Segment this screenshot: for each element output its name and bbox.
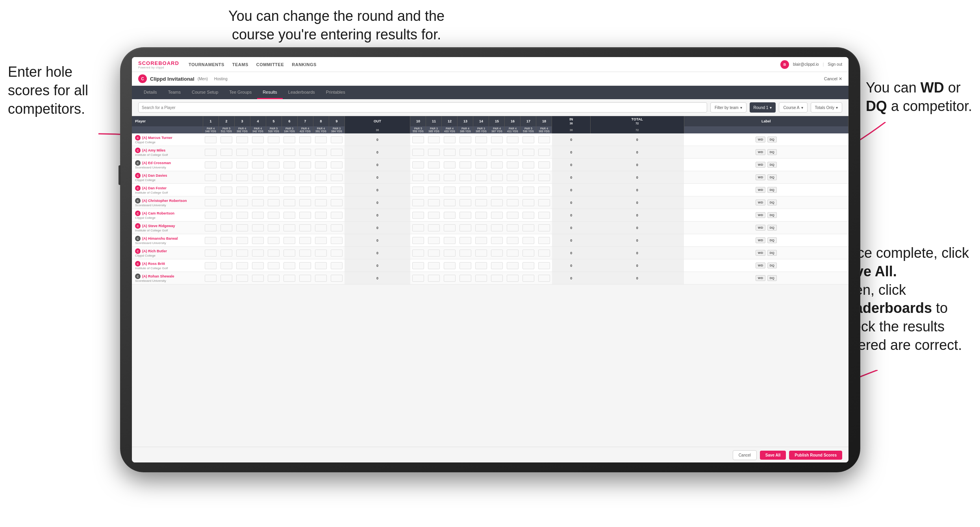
hole-9-input[interactable] [331,275,343,282]
hole-14-input[interactable] [475,212,487,219]
hole-7-input[interactable] [299,199,311,206]
filter-team-button[interactable]: Filter by team ▾ [710,102,747,113]
hole-17-input[interactable] [522,275,534,282]
hole-6-input[interactable] [283,224,295,231]
hole-15-input[interactable] [491,237,503,244]
hole-3-input[interactable] [236,199,248,206]
hole-3-input[interactable] [236,174,248,181]
hole-6-input[interactable] [283,237,295,244]
hole-17-input[interactable] [522,212,534,219]
hole-3-input[interactable] [236,262,248,269]
hole-8-input[interactable] [315,174,327,181]
hole-11-input[interactable] [428,262,440,269]
dq-button[interactable]: DQ [767,263,777,268]
hole-4-input[interactable] [252,237,264,244]
hole-11-input[interactable] [428,174,440,181]
dq-button[interactable]: DQ [767,187,777,193]
hole-1-input[interactable] [205,212,217,219]
hole-5-input[interactable] [268,212,280,219]
nav-committee[interactable]: COMMITTEE [256,62,284,67]
hole-2-input[interactable] [220,199,232,206]
hole-15-input[interactable] [491,224,503,231]
wd-button[interactable]: WD [756,275,765,281]
hole-10-input[interactable] [412,212,424,219]
hole-6-input[interactable] [283,212,295,219]
hole-4-input[interactable] [252,187,264,194]
hole-8-input[interactable] [315,224,327,231]
hole-13-input[interactable] [459,212,471,219]
hole-13-input[interactable] [459,136,471,143]
round-selector[interactable]: Round 1 ▾ [750,102,776,113]
tab-leaderboards[interactable]: Leaderboards [283,86,320,99]
tab-teams[interactable]: Teams [163,86,186,99]
hole-16-input[interactable] [507,187,519,194]
hole-4-input[interactable] [252,199,264,206]
hole-16-input[interactable] [507,275,519,282]
nav-rankings[interactable]: RANKINGS [292,62,317,67]
hole-3-input[interactable] [236,136,248,143]
hole-4-input[interactable] [252,262,264,269]
hole-12-input[interactable] [444,212,456,219]
hole-2-input[interactable] [220,187,232,194]
dq-button[interactable]: DQ [767,137,777,142]
publish-button[interactable]: Publish Round Scores [789,451,842,460]
wd-button[interactable]: WD [756,250,765,256]
hole-14-input[interactable] [475,161,487,168]
hole-10-input[interactable] [412,224,424,231]
hole-14-input[interactable] [475,250,487,257]
hole-12-input[interactable] [444,161,456,168]
hole-5-input[interactable] [268,149,280,156]
hole-7-input[interactable] [299,212,311,219]
hole-11-input[interactable] [428,250,440,257]
hole-4-input[interactable] [252,212,264,219]
hole-14-input[interactable] [475,262,487,269]
save-all-button[interactable]: Save All [760,451,786,460]
hole-12-input[interactable] [444,187,456,194]
hole-17-input[interactable] [522,149,534,156]
hole-3-input[interactable] [236,161,248,168]
hole-8-input[interactable] [315,187,327,194]
hole-10-input[interactable] [412,136,424,143]
hole-10-input[interactable] [412,275,424,282]
hole-14-input[interactable] [475,136,487,143]
hole-6-input[interactable] [283,275,295,282]
hole-11-input[interactable] [428,149,440,156]
hole-15-input[interactable] [491,161,503,168]
hole-9-input[interactable] [331,224,343,231]
hole-2-input[interactable] [220,212,232,219]
hole-3-input[interactable] [236,212,248,219]
tab-details[interactable]: Details [138,86,163,99]
hole-4-input[interactable] [252,149,264,156]
hole-15-input[interactable] [491,199,503,206]
hole-7-input[interactable] [299,275,311,282]
hole-12-input[interactable] [444,149,456,156]
hole-13-input[interactable] [459,275,471,282]
hole-9-input[interactable] [331,161,343,168]
hole-11-input[interactable] [428,275,440,282]
hole-9-input[interactable] [331,212,343,219]
hole-15-input[interactable] [491,212,503,219]
hole-6-input[interactable] [283,161,295,168]
hole-6-input[interactable] [283,136,295,143]
hole-16-input[interactable] [507,136,519,143]
hole-9-input[interactable] [331,237,343,244]
wd-button[interactable]: WD [756,225,765,231]
hole-9-input[interactable] [331,187,343,194]
wd-button[interactable]: WD [756,200,765,205]
hole-4-input[interactable] [252,224,264,231]
hole-16-input[interactable] [507,250,519,257]
hole-4-input[interactable] [252,275,264,282]
hole-4-input[interactable] [252,161,264,168]
hole-14-input[interactable] [475,174,487,181]
hole-9-input[interactable] [331,250,343,257]
hole-3-input[interactable] [236,275,248,282]
hole-11-input[interactable] [428,237,440,244]
hole-1-input[interactable] [205,161,217,168]
hole-2-input[interactable] [220,161,232,168]
hole-5-input[interactable] [268,136,280,143]
hole-8-input[interactable] [315,250,327,257]
hole-8-input[interactable] [315,136,327,143]
hole-8-input[interactable] [315,237,327,244]
wd-button[interactable]: WD [756,137,765,142]
hole-10-input[interactable] [412,187,424,194]
